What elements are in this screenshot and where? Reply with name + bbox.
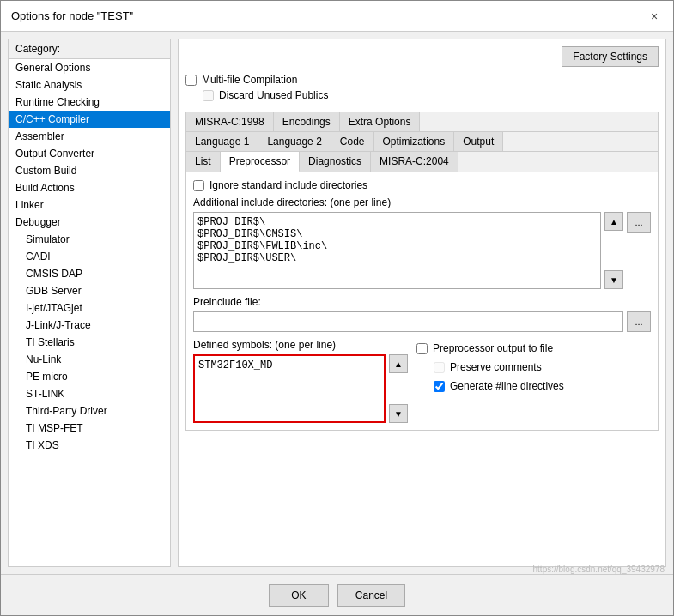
- preprocessor-output-label: Preprocessor output to file: [433, 342, 553, 354]
- tab-language1[interactable]: Language 1: [186, 132, 258, 151]
- preprocessor-output-checkbox[interactable]: [416, 343, 428, 354]
- sidebar-item-cmsis-dap[interactable]: CMSIS DAP: [9, 265, 170, 282]
- sidebar-item-static-analysis[interactable]: Static Analysis: [9, 76, 170, 94]
- additional-include-scrollbtns: ▲ ▼: [604, 212, 623, 289]
- symbols-box-container: STM32F10X_MD ▲ ▼: [193, 354, 408, 423]
- additional-include-container: $PROJ_DIR$\ $PROJ_DIR$\CMSIS\ $PROJ_DIR$…: [193, 212, 651, 289]
- close-button[interactable]: ×: [646, 8, 663, 25]
- multi-file-checkbox[interactable]: [185, 75, 197, 86]
- symbols-scroll-down[interactable]: ▼: [389, 404, 408, 423]
- tab-optimizations[interactable]: Optimizations: [374, 132, 455, 151]
- preprocessor-output-section: Preprocessor output to file Preserve com…: [416, 339, 651, 423]
- tab-row-2: Language 1 Language 2 Code Optimizations…: [186, 132, 658, 152]
- tab-preprocessor[interactable]: Preprocessor: [221, 152, 300, 172]
- discard-unused-checkbox: [203, 90, 214, 101]
- sidebar-item-gdb-server[interactable]: GDB Server: [9, 282, 170, 299]
- ignore-std-checkbox[interactable]: [193, 180, 204, 191]
- generate-line-row: Generate #line directives: [416, 380, 651, 392]
- ignore-std-row: Ignore standard include directories: [193, 179, 651, 191]
- tab-output[interactable]: Output: [454, 132, 503, 151]
- sidebar-item-output-converter[interactable]: Output Converter: [9, 145, 170, 162]
- preinclude-input[interactable]: [193, 311, 623, 332]
- tab-code[interactable]: Code: [331, 132, 374, 151]
- additional-include-label: Additional include directories: (one per…: [193, 196, 651, 208]
- preinclude-section: Preinclude file: ...: [193, 296, 651, 332]
- sidebar-item-assembler[interactable]: Assembler: [9, 128, 170, 145]
- sidebar-item-simulator[interactable]: Simulator: [9, 231, 170, 248]
- factory-settings-button[interactable]: Factory Settings: [562, 46, 659, 67]
- sidebar-item-nu-link[interactable]: Nu-Link: [9, 351, 170, 368]
- additional-include-input[interactable]: $PROJ_DIR$\ $PROJ_DIR$\CMSIS\ $PROJ_DIR$…: [193, 212, 601, 289]
- preinclude-container: ...: [193, 311, 651, 332]
- defined-symbols-label: Defined symbols: (one per line): [193, 339, 408, 351]
- preinclude-label: Preinclude file:: [193, 296, 651, 308]
- category-panel: Category: General Options Static Analysi…: [8, 39, 171, 567]
- generate-line-label: Generate #line directives: [450, 380, 564, 392]
- sidebar-item-jlink[interactable]: J-Link/J-Trace: [9, 317, 170, 334]
- sidebar-item-st-link[interactable]: ST-LINK: [9, 385, 170, 402]
- generate-line-checkbox[interactable]: [434, 381, 445, 392]
- multi-file-row: Multi-file Compilation: [185, 74, 659, 86]
- tab-encodings[interactable]: Encodings: [274, 112, 340, 131]
- sidebar-item-debugger[interactable]: Debugger: [9, 214, 170, 231]
- ok-button[interactable]: OK: [269, 584, 329, 607]
- discard-unused-label: Discard Unused Publics: [219, 89, 328, 101]
- main-dialog: Options for node "TEST" × Category: Gene…: [0, 0, 674, 616]
- tab-row-1: MISRA-C:1998 Encodings Extra Options: [186, 112, 658, 132]
- category-label: Category:: [9, 39, 170, 59]
- factory-btn-row: Factory Settings: [185, 46, 659, 67]
- tab-list[interactable]: List: [186, 152, 221, 172]
- sidebar-item-third-party[interactable]: Third-Party Driver: [9, 402, 170, 420]
- sidebar-item-cpp-compiler[interactable]: C/C++ Compiler: [9, 111, 170, 128]
- options-panel: Factory Settings Multi-file Compilation …: [178, 39, 666, 567]
- sidebar-item-ti-stellaris[interactable]: TI Stellaris: [9, 334, 170, 351]
- sidebar-item-custom-build[interactable]: Custom Build: [9, 162, 170, 179]
- additional-include-scroll-up[interactable]: ▲: [604, 212, 623, 231]
- defined-symbols-left: Defined symbols: (one per line) STM32F10…: [193, 339, 408, 423]
- preprocessor-output-row: Preprocessor output to file: [416, 342, 651, 354]
- sidebar-item-ijet[interactable]: I-jet/JTAGjet: [9, 299, 170, 317]
- preserve-comments-label: Preserve comments: [450, 361, 542, 373]
- preserve-comments-row: Preserve comments: [416, 361, 651, 373]
- sidebar-item-pe-micro[interactable]: PE micro: [9, 368, 170, 385]
- preinclude-browse-button[interactable]: ...: [627, 311, 651, 332]
- watermark: https://blog.csdn.net/qq_39432978: [533, 565, 665, 574]
- symbols-scroll-up[interactable]: ▲: [389, 354, 408, 373]
- title-bar: Options for node "TEST" ×: [1, 1, 673, 32]
- sidebar-item-runtime-checking[interactable]: Runtime Checking: [9, 94, 170, 111]
- tab-extra-options[interactable]: Extra Options: [340, 112, 421, 131]
- dialog-footer: OK Cancel: [1, 574, 673, 615]
- tab-language2[interactable]: Language 2: [258, 132, 331, 151]
- dialog-body: Category: General Options Static Analysi…: [1, 32, 673, 574]
- preprocessor-content: Ignore standard include directories Addi…: [186, 172, 658, 430]
- sidebar-item-general-options[interactable]: General Options: [9, 59, 170, 76]
- tab-misra2004[interactable]: MISRA-C:2004: [371, 152, 458, 172]
- dialog-title: Options for node "TEST": [11, 9, 133, 22]
- additional-include-section: Additional include directories: (one per…: [193, 196, 651, 289]
- multi-file-label: Multi-file Compilation: [202, 74, 297, 86]
- tab-row-3: List Preprocessor Diagnostics MISRA-C:20…: [186, 152, 658, 172]
- sidebar-item-ti-xds[interactable]: TI XDS: [9, 437, 170, 454]
- sidebar-item-linker[interactable]: Linker: [9, 196, 170, 214]
- tabs-section: MISRA-C:1998 Encodings Extra Options Lan…: [185, 112, 659, 431]
- sidebar-item-cadi[interactable]: CADI: [9, 248, 170, 265]
- discard-unused-row: Discard Unused Publics: [185, 89, 659, 101]
- sidebar-item-ti-msp-fet[interactable]: TI MSP-FET: [9, 420, 170, 437]
- symbols-scrollbtns: ▲ ▼: [389, 354, 408, 423]
- preserve-comments-checkbox: [434, 362, 445, 373]
- tab-diagnostics[interactable]: Diagnostics: [300, 152, 371, 172]
- additional-include-browse-button[interactable]: ...: [627, 212, 651, 233]
- sidebar-item-build-actions[interactable]: Build Actions: [9, 179, 170, 196]
- tab-misra1998[interactable]: MISRA-C:1998: [186, 112, 274, 131]
- additional-include-scroll-down[interactable]: ▼: [604, 270, 623, 289]
- defined-symbols-input[interactable]: STM32F10X_MD: [193, 354, 386, 423]
- ignore-std-label: Ignore standard include directories: [209, 179, 367, 191]
- cancel-button[interactable]: Cancel: [337, 584, 405, 607]
- defined-symbols-section: Defined symbols: (one per line) STM32F10…: [193, 339, 651, 423]
